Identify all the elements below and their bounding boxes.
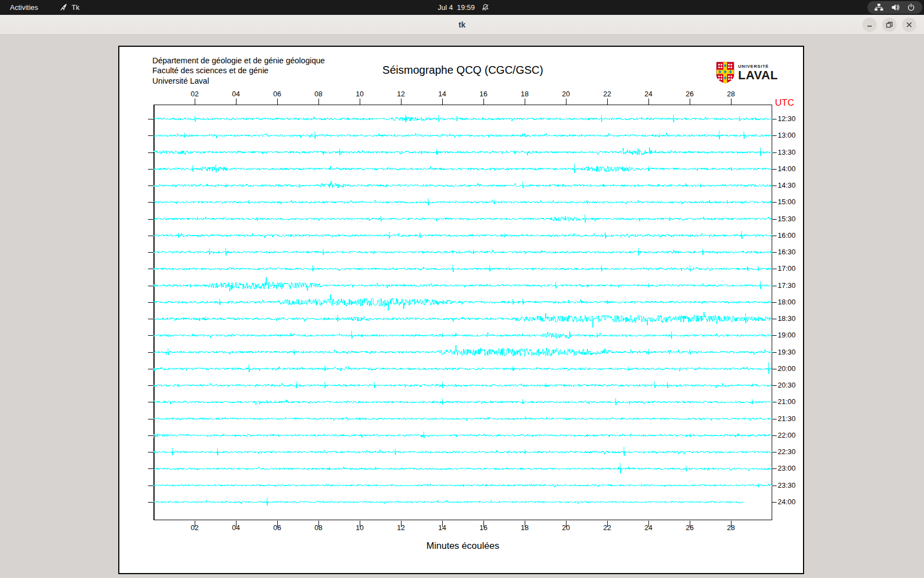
network-wired-icon	[875, 3, 883, 12]
seismo-trace-row	[153, 417, 772, 421]
seismo-spike	[690, 433, 690, 437]
row-utc-label: 18:00	[778, 298, 796, 306]
x-tick-top	[360, 99, 360, 105]
seismo-trace-row	[153, 332, 772, 339]
row-utc-label: 20:00	[778, 364, 796, 373]
x-tick-top	[607, 99, 608, 105]
row-utc-label: 13:00	[778, 131, 796, 139]
row-tick-left	[148, 452, 153, 452]
seismo-spike	[601, 115, 602, 122]
restore-button[interactable]	[882, 18, 897, 32]
logo-text-laval: LAVAL	[738, 70, 778, 81]
row-tick-right	[772, 202, 777, 203]
row-tick-left	[148, 468, 153, 469]
row-tick-left	[148, 152, 153, 153]
row-tick-left	[148, 352, 153, 353]
minimize-button[interactable]	[862, 18, 877, 32]
row-tick-right	[772, 219, 777, 220]
row-utc-label: 24:00	[778, 498, 796, 506]
activities-button[interactable]: Activities	[7, 0, 41, 15]
seismo-spike	[620, 463, 620, 473]
x-tick-label-top: 14	[433, 90, 452, 98]
row-tick-left	[148, 385, 153, 386]
seismo-spike	[442, 399, 443, 405]
x-tick-bottom	[690, 521, 690, 527]
seismo-trace-row	[153, 295, 772, 310]
row-utc-label: 18:30	[778, 314, 796, 323]
row-tick-left	[148, 419, 153, 419]
seismo-spike	[648, 283, 649, 287]
focused-app-menu[interactable]: Tk	[56, 0, 82, 15]
chart-title: Séismographe QCQ (CGC/GSC)	[153, 64, 772, 77]
gnome-top-bar: Activities Tk Jul 4 19:59	[0, 0, 924, 15]
row-tick-right	[772, 252, 777, 253]
power-icon	[907, 3, 915, 12]
seismo-spike	[337, 315, 338, 321]
seismograph-canvas: Département de géologie et de génie géol…	[118, 46, 804, 574]
seismo-trace-row	[153, 434, 772, 438]
row-tick-right	[772, 502, 777, 503]
seismo-spike	[324, 382, 325, 388]
seismo-spike	[205, 317, 206, 320]
row-tick-right	[772, 135, 777, 136]
seismo-spike	[219, 298, 220, 305]
clock-menu[interactable]: Jul 4 19:59	[438, 0, 490, 15]
close-button[interactable]	[902, 18, 916, 32]
laval-shield-icon	[716, 62, 734, 84]
seismo-spike	[587, 200, 587, 204]
row-utc-label: 13:30	[778, 148, 796, 156]
seismo-spike	[744, 132, 744, 138]
row-tick-left	[148, 369, 153, 369]
seismo-spike	[654, 381, 655, 388]
system-status-menu[interactable]	[867, 1, 922, 14]
x-tick-top	[318, 99, 319, 105]
row-utc-label: 15:30	[778, 215, 796, 223]
row-tick-right	[772, 286, 777, 286]
seismo-trace-row	[153, 133, 772, 138]
seismo-spike	[659, 133, 659, 137]
seismo-spike	[525, 450, 525, 454]
row-tick-right	[772, 468, 777, 469]
seismo-trace-row	[153, 383, 772, 388]
seismo-trace-row	[153, 166, 772, 172]
seismo-spike	[522, 299, 523, 305]
seismo-spike	[760, 148, 761, 156]
row-utc-label: 19:00	[778, 331, 796, 339]
x-tick-bottom	[566, 521, 566, 527]
seismo-spike	[745, 313, 746, 323]
seismo-spike	[389, 232, 389, 238]
seismo-spike	[405, 114, 406, 122]
x-tick-top	[277, 99, 278, 105]
seismo-spike	[490, 265, 490, 271]
close-icon	[905, 20, 914, 29]
seismo-trace-row	[153, 400, 772, 405]
x-tick-bottom	[195, 521, 195, 527]
seismo-spike	[457, 116, 457, 121]
seismo-spike	[296, 381, 296, 388]
clock-label: Jul 4 19:59	[438, 3, 475, 12]
window-titlebar[interactable]: tk	[0, 15, 924, 35]
x-tick-label-bottom: 20	[557, 524, 575, 532]
row-utc-label: 15:00	[778, 198, 796, 206]
seismo-spike	[381, 216, 381, 222]
row-tick-left	[148, 435, 153, 436]
seismo-trace-row	[153, 181, 772, 188]
seismo-trace-row	[153, 467, 772, 471]
row-utc-label: 12:30	[778, 114, 796, 123]
x-tick-label-top: 22	[598, 90, 617, 98]
x-tick-label-top: 20	[557, 90, 575, 98]
utc-label: UTC	[775, 97, 794, 108]
seismo-spike	[638, 248, 639, 255]
seismo-spike	[601, 265, 602, 271]
row-tick-right	[772, 369, 777, 369]
seismo-spike	[257, 217, 257, 221]
x-tick-top	[483, 99, 484, 105]
seismo-spike	[267, 498, 267, 505]
seismo-spike	[351, 331, 352, 339]
seismo-trace-row	[153, 500, 744, 504]
row-tick-left	[148, 202, 153, 203]
row-tick-left	[148, 319, 153, 319]
seismo-trace-row	[153, 216, 772, 221]
seismo-spike	[673, 114, 674, 122]
seismo-trace-row	[153, 450, 772, 454]
